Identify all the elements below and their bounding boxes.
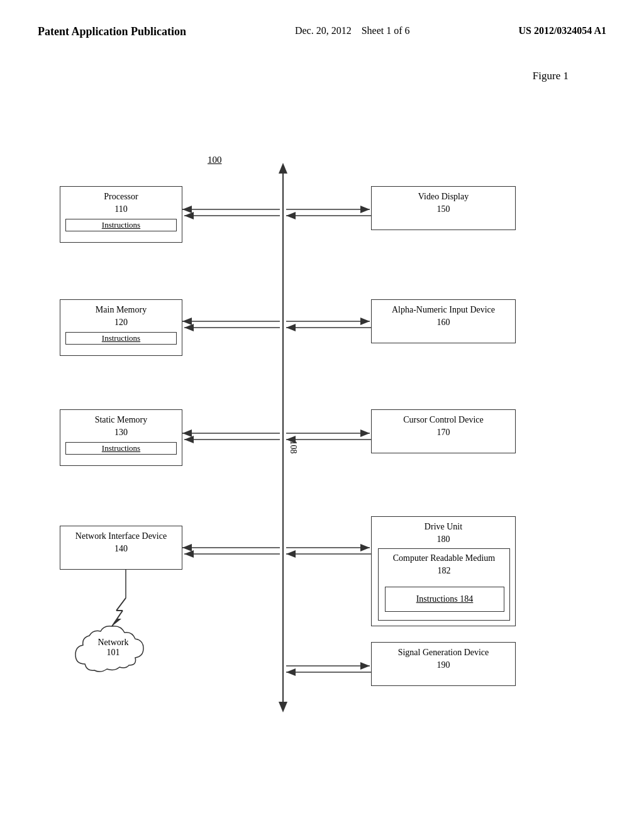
instructions-184-label: Instructions 184 xyxy=(416,593,474,606)
svg-line-41 xyxy=(116,598,126,611)
svg-marker-7 xyxy=(184,212,194,219)
svg-marker-33 xyxy=(360,544,370,551)
processor-box: Processor 110 Instructions xyxy=(60,186,182,243)
network-label: Network xyxy=(72,638,154,648)
svg-marker-25 xyxy=(360,429,370,437)
date-sheet-label: Dec. 20, 2012 Sheet 1 of 6 xyxy=(295,25,410,36)
cursor-control-box: Cursor Control Device 170 xyxy=(371,409,516,453)
video-display-title: Video Display xyxy=(378,191,509,203)
static-memory-box: Static Memory 130 Instructions xyxy=(60,409,182,466)
svg-marker-9 xyxy=(360,206,370,213)
figure-label: Figure 1 xyxy=(0,51,644,82)
network-interface-title: Network Interface Device xyxy=(67,530,175,543)
processor-number: 110 xyxy=(67,203,175,216)
alpha-numeric-number: 160 xyxy=(378,316,509,329)
svg-marker-39 xyxy=(286,668,296,676)
main-memory-instructions: Instructions xyxy=(102,333,140,343)
signal-generation-box: Signal Generation Device 190 xyxy=(371,642,516,686)
signal-generation-title: Signal Generation Device xyxy=(378,646,509,659)
page-header: Patent Application Publication Dec. 20, … xyxy=(0,0,644,51)
static-memory-instructions-box: Instructions xyxy=(65,442,177,455)
svg-marker-31 xyxy=(184,550,194,558)
cursor-control-title: Cursor Control Device xyxy=(378,414,509,426)
svg-marker-37 xyxy=(360,662,370,670)
main-memory-instructions-box: Instructions xyxy=(65,332,177,345)
svg-marker-11 xyxy=(286,212,296,219)
processor-instructions-box: Instructions xyxy=(65,219,177,231)
svg-marker-21 xyxy=(182,429,192,437)
drive-unit-title: Drive Unit xyxy=(378,521,509,533)
svg-marker-5 xyxy=(182,206,192,213)
svg-marker-13 xyxy=(182,318,192,325)
cursor-control-number: 170 xyxy=(378,426,509,439)
alpha-numeric-title: Alpha-Numeric Input Device xyxy=(378,304,509,316)
network-number: 101 xyxy=(72,648,154,658)
svg-marker-15 xyxy=(184,324,194,331)
svg-text:108: 108 xyxy=(289,441,298,454)
diagram: 100 108 xyxy=(0,89,644,780)
static-memory-title: Static Memory xyxy=(67,414,175,426)
svg-marker-17 xyxy=(360,318,370,325)
svg-marker-29 xyxy=(182,544,192,551)
drive-unit-number: 180 xyxy=(378,533,509,546)
patent-number-label: US 2012/0324054 A1 xyxy=(518,25,606,36)
network-interface-number: 140 xyxy=(67,543,175,555)
drive-unit-box: Drive Unit 180 Computer Readable Medium … xyxy=(371,516,516,626)
alpha-numeric-box: Alpha-Numeric Input Device 160 xyxy=(371,299,516,343)
svg-marker-2 xyxy=(279,702,287,712)
network-cloud: Network 101 xyxy=(69,620,151,679)
svg-marker-1 xyxy=(279,163,287,174)
main-memory-box: Main Memory 120 Instructions xyxy=(60,299,182,356)
video-display-number: 150 xyxy=(378,203,509,216)
main-memory-title: Main Memory xyxy=(67,304,175,316)
computer-readable-box: Computer Readable Medium 182 Instruction… xyxy=(378,548,510,621)
static-memory-instructions: Instructions xyxy=(102,443,140,453)
computer-readable-title: Computer Readable Medium xyxy=(382,552,506,565)
computer-readable-number: 182 xyxy=(382,565,506,577)
video-display-box: Video Display 150 xyxy=(371,186,516,230)
svg-marker-19 xyxy=(286,324,296,331)
main-memory-number: 120 xyxy=(67,316,175,329)
processor-instructions: Instructions xyxy=(102,220,140,230)
network-interface-box: Network Interface Device 140 xyxy=(60,526,182,570)
processor-title: Processor xyxy=(67,191,175,203)
svg-marker-23 xyxy=(184,436,194,443)
svg-marker-35 xyxy=(286,550,296,558)
publication-label: Patent Application Publication xyxy=(38,25,186,38)
static-memory-number: 130 xyxy=(67,426,175,439)
instructions-184-box: Instructions 184 xyxy=(385,587,504,612)
signal-generation-number: 190 xyxy=(378,659,509,672)
